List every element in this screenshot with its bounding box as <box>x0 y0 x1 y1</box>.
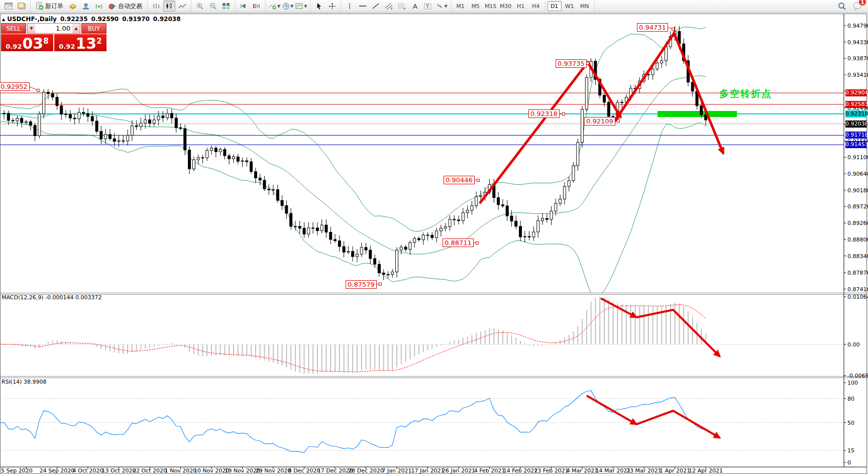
macd-tick[interactable]: 0.00 <box>847 341 860 348</box>
buy-price-button[interactable]: 0.92132 <box>54 34 106 51</box>
date-tick[interactable]: 1 Nov 2020 <box>165 467 196 474</box>
date-tick[interactable]: 14 Feb 2021 <box>503 467 537 474</box>
macd-tick[interactable]: 0.01064 <box>847 294 868 300</box>
trend-arrow[interactable] <box>480 62 621 203</box>
axis-badge-0.91718[interactable]: 0.91718 <box>845 132 867 139</box>
date-tick[interactable]: 7 Jan 2021 <box>382 467 412 474</box>
zoom-out-icon[interactable] <box>207 1 219 12</box>
date-tick[interactable]: 12 Apr 2021 <box>689 467 723 474</box>
auto-scroll-icon[interactable] <box>238 1 250 12</box>
date-tick[interactable]: 17 Jan 2021 <box>411 467 445 474</box>
price-tick[interactable]: 0.93870 <box>847 55 868 62</box>
callout-anchor[interactable] <box>617 120 620 123</box>
template-dropdown-arrow[interactable]: ▼ <box>304 4 307 9</box>
turning-point-annotation[interactable]: 多空转折点 <box>719 87 772 100</box>
green-support-bar[interactable] <box>658 111 737 117</box>
date-tick[interactable]: 4 Oct 2020 <box>72 467 103 474</box>
rsi-tick[interactable]: 80 <box>847 396 854 402</box>
price-tick[interactable]: 0.90640 <box>847 171 868 177</box>
timeframe-h1[interactable]: H1 <box>514 1 528 11</box>
axis-badge-0.92583[interactable]: 0.92583 <box>845 101 867 108</box>
trend-arrow[interactable] <box>636 310 720 357</box>
price-callout-0.93735[interactable]: 0.93735 <box>556 59 587 68</box>
volume-decrease-button[interactable]: ▼ <box>28 24 35 33</box>
callout-anchor[interactable] <box>379 283 382 286</box>
price-tick[interactable]: 0.87410 <box>847 286 868 293</box>
timeframe-m15[interactable]: M15 <box>484 1 498 11</box>
date-tick[interactable]: 24 Sep 2020 <box>40 467 75 474</box>
price-callout-0.94731[interactable]: 0.94731 <box>637 23 668 32</box>
tile-windows-icon[interactable] <box>220 1 232 12</box>
timeframe-d1[interactable]: D1 <box>548 1 562 11</box>
autotrading-button[interactable]: 自动交易 <box>106 1 145 12</box>
price-tick[interactable]: 0.89720 <box>847 203 868 210</box>
new-order-button[interactable]: 新订单 <box>33 1 66 12</box>
price-callout-0.92109[interactable]: 0.92109 <box>584 117 615 126</box>
price-callout-0.90446[interactable]: 0.90446 <box>444 176 475 184</box>
vertical-line-icon[interactable] <box>344 1 356 12</box>
text-icon[interactable]: A <box>409 1 421 12</box>
period-dropdown-arrow[interactable]: ▼ <box>290 4 293 9</box>
date-tick[interactable]: 1 Apr 2021 <box>660 467 690 474</box>
date-tick[interactable]: 14 Mar 2021 <box>596 467 631 474</box>
price-callout-0.92952[interactable]: 0.92952 <box>0 82 30 91</box>
date-tick[interactable]: 10 Nov 2020 <box>194 467 229 474</box>
date-tick[interactable]: 29 Nov 2020 <box>256 467 291 474</box>
date-tick[interactable]: 23 Mar 2021 <box>626 467 662 474</box>
horizontal-line-icon[interactable] <box>357 1 369 12</box>
timeframe-m30[interactable]: M30 <box>499 1 513 11</box>
support-zone-bar[interactable] <box>658 111 737 117</box>
date-tick[interactable]: 5 Sep 2020 <box>1 467 33 474</box>
equidistant-channel-icon[interactable]: E <box>383 1 395 12</box>
price-tick[interactable]: 0.88340 <box>847 253 868 260</box>
sell-button[interactable]: SELL <box>1 23 26 34</box>
cursor-icon[interactable] <box>313 1 325 12</box>
trendline-icon[interactable] <box>370 1 382 12</box>
template-icon[interactable]: ▼ <box>295 1 307 12</box>
text-label-icon[interactable]: T <box>422 1 434 12</box>
price-callout-0.87579[interactable]: 0.87579 <box>346 280 377 289</box>
fibonacci-icon[interactable]: F <box>396 1 408 12</box>
bar-chart-icon[interactable] <box>150 1 162 12</box>
callout-anchor[interactable] <box>476 242 479 245</box>
date-tick[interactable]: 28 Dec 2020 <box>348 467 383 474</box>
date-tick[interactable]: 4 Mar 2021 <box>567 467 598 474</box>
signals-icon[interactable] <box>93 1 105 12</box>
callout-anchor[interactable] <box>563 113 565 115</box>
candlestick-chart-icon[interactable] <box>163 1 175 12</box>
indicators-dropdown-arrow[interactable]: ▼ <box>277 4 280 9</box>
arrows-dropdown-arrow[interactable]: ▼ <box>444 4 447 9</box>
timeframe-m5[interactable]: M5 <box>469 1 483 11</box>
rsi-tick[interactable]: 15 <box>847 447 854 454</box>
chart-profiles-icon[interactable] <box>16 1 28 12</box>
date-tick[interactable]: 19 Nov 2020 <box>225 467 260 474</box>
price-tick[interactable]: 0.89260 <box>847 220 868 226</box>
axis-badge-0.91453[interactable]: 0.91453 <box>845 141 867 148</box>
zoom-in-icon[interactable] <box>194 1 206 12</box>
price-callout-0.88711[interactable]: 0.88711 <box>443 239 474 247</box>
rsi-tick[interactable]: 0 <box>847 459 851 466</box>
trend-arrow[interactable] <box>636 411 720 438</box>
price-tick[interactable]: 0.87870 <box>847 270 868 276</box>
callout-anchor[interactable] <box>672 28 675 31</box>
new-chart-icon[interactable] <box>3 1 15 12</box>
trend-arrow[interactable] <box>587 396 636 424</box>
axis-badge-0.92038[interactable]: 0.92038 <box>845 121 867 128</box>
date-tick[interactable]: 17 Dec 2020 <box>317 467 353 474</box>
timeframe-h4[interactable]: H4 <box>529 1 543 11</box>
indicators-icon[interactable]: ▼ <box>268 1 281 12</box>
crosshair-icon[interactable] <box>326 1 338 12</box>
macd-tick[interactable]: -0.006934 <box>847 373 868 379</box>
chart-shift-icon[interactable] <box>251 1 263 12</box>
rsi-tick[interactable]: 50 <box>847 420 854 426</box>
date-tick[interactable]: 23 Feb 2021 <box>534 467 568 474</box>
date-tick[interactable]: 8 Dec 2020 <box>288 467 320 474</box>
timeframe-m1[interactable]: M1 <box>454 1 468 11</box>
axis-badge-0.92318[interactable]: 0.92318 <box>845 110 867 117</box>
community-icon[interactable] <box>80 1 92 12</box>
date-tick[interactable]: 22 Oct 2020 <box>133 467 167 474</box>
axis-badge-0.92904[interactable]: 0.92904 <box>845 89 867 96</box>
volume-increase-button[interactable]: ▲ <box>72 24 80 33</box>
search-icon[interactable] <box>836 1 848 12</box>
rsi-tick[interactable]: 100 <box>847 380 858 386</box>
